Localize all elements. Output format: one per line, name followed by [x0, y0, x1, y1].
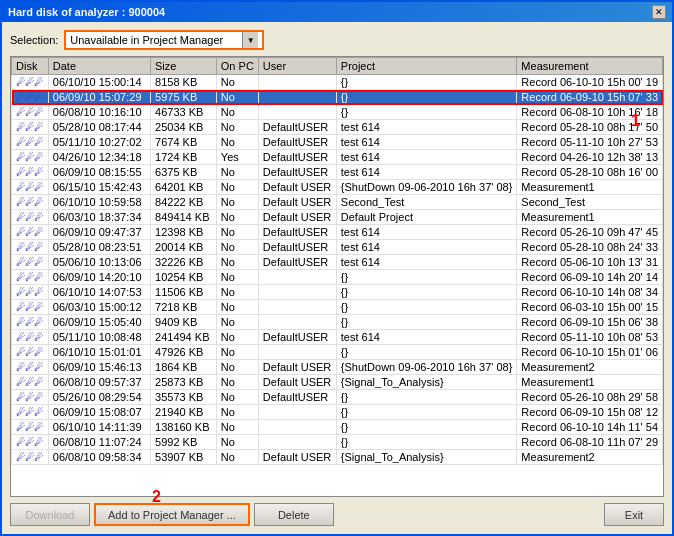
row-measurement: Record 04-26-10 12h 38' 13 [517, 150, 663, 165]
row-project: {} [336, 270, 517, 285]
row-size: 10254 KB [151, 270, 217, 285]
window-title: Hard disk of analyzer : 900004 [8, 6, 165, 18]
table-row[interactable]: ☄☄☄05/28/10 08:17:4425034 KBNoDefaultUSE… [12, 120, 663, 135]
row-size: 25034 KB [151, 120, 217, 135]
row-on-pc: No [216, 345, 258, 360]
row-size: 7218 KB [151, 300, 217, 315]
row-on-pc: No [216, 390, 258, 405]
table-row[interactable]: ☄☄☄06/08/10 09:58:3453907 KBNoDefault US… [12, 450, 663, 465]
table-row[interactable]: ☄☄☄06/03/10 18:37:34849414 KBNoDefault U… [12, 210, 663, 225]
row-project: {} [336, 105, 517, 120]
table-scroll-area[interactable]: Disk Date Size On PC User Project Measur… [11, 57, 663, 496]
content-area: Selection: Unavailable in Project Manage… [2, 22, 672, 534]
table-row[interactable]: ☄☄☄06/09/10 15:46:131864 KBNoDefault USE… [12, 360, 663, 375]
row-icon: ☄☄☄ [12, 345, 49, 360]
row-user: Default USER [258, 360, 336, 375]
table-row[interactable]: ☄☄☄06/03/10 15:00:127218 KBNo{}Record 06… [12, 300, 663, 315]
row-icon: ☄☄☄ [12, 135, 49, 150]
row-date: 06/03/10 15:00:12 [48, 300, 150, 315]
row-size: 1724 KB [151, 150, 217, 165]
data-table: Disk Date Size On PC User Project Measur… [11, 57, 663, 465]
col-size[interactable]: Size [151, 58, 217, 75]
row-user: DefaultUSER [258, 390, 336, 405]
row-project: {} [336, 435, 517, 450]
table-row[interactable]: ☄☄☄05/11/10 10:08:48241494 KBNoDefaultUS… [12, 330, 663, 345]
table-row[interactable]: ☄☄☄06/09/10 15:05:409409 KBNo{}Record 06… [12, 315, 663, 330]
col-user[interactable]: User [258, 58, 336, 75]
row-on-pc: No [216, 75, 258, 90]
row-user [258, 405, 336, 420]
row-on-pc: No [216, 360, 258, 375]
table-row[interactable]: ☄☄☄06/10/10 15:01:0147926 KBNo{}Record 0… [12, 345, 663, 360]
row-date: 06/09/10 15:08:07 [48, 405, 150, 420]
col-onpc[interactable]: On PC [216, 58, 258, 75]
table-row[interactable]: ☄☄☄05/06/10 10:13:0632226 KBNoDefaultUSE… [12, 255, 663, 270]
row-on-pc: No [216, 300, 258, 315]
add-to-project-button[interactable]: Add to Project Manager ... [94, 503, 250, 526]
row-date: 06/10/10 15:00:14 [48, 75, 150, 90]
table-row[interactable]: ☄☄☄06/09/10 09:47:3712398 KBNoDefaultUSE… [12, 225, 663, 240]
footer-buttons: Download Add to Project Manager ... Dele… [10, 503, 664, 526]
table-row[interactable]: ☄☄☄06/08/10 10:16:1046733 KBNo{}Record 0… [12, 105, 663, 120]
col-date[interactable]: Date [48, 58, 150, 75]
row-size: 5992 KB [151, 435, 217, 450]
row-project: {} [336, 405, 517, 420]
row-project: Default Project [336, 210, 517, 225]
table-row[interactable]: ☄☄☄05/11/10 10:27:027674 KBNoDefaultUSER… [12, 135, 663, 150]
table-row[interactable]: ☄☄☄06/09/10 15:08:0721940 KBNo{}Record 0… [12, 405, 663, 420]
row-measurement: Record 06-09-10 14h 20' 14 [517, 270, 663, 285]
row-project: test 614 [336, 120, 517, 135]
table-row[interactable]: ☄☄☄06/09/10 14:20:1010254 KBNo{}Record 0… [12, 270, 663, 285]
table-row[interactable]: ☄☄☄06/15/10 15:42:4364201 KBNoDefault US… [12, 180, 663, 195]
row-icon: ☄☄☄ [12, 405, 49, 420]
row-icon: ☄☄☄ [12, 240, 49, 255]
download-button[interactable]: Download [10, 503, 90, 526]
row-measurement: Record 06-09-10 15h 08' 12 [517, 405, 663, 420]
row-date: 06/10/10 15:01:01 [48, 345, 150, 360]
row-user: DefaultUSER [258, 150, 336, 165]
table-row[interactable]: ☄☄☄05/28/10 08:23:5120014 KBNoDefaultUSE… [12, 240, 663, 255]
row-measurement: Measurement1 [517, 210, 663, 225]
row-icon: ☄☄☄ [12, 90, 49, 105]
exit-button[interactable]: Exit [604, 503, 664, 526]
col-disk[interactable]: Disk [12, 58, 49, 75]
row-project: test 614 [336, 255, 517, 270]
row-measurement: Measurement2 [517, 450, 663, 465]
row-on-pc: No [216, 195, 258, 210]
row-icon: ☄☄☄ [12, 255, 49, 270]
row-measurement: Second_Test [517, 195, 663, 210]
row-date: 06/10/10 10:59:58 [48, 195, 150, 210]
row-user [258, 75, 336, 90]
title-bar: Hard disk of analyzer : 900004 ✕ [2, 2, 672, 22]
table-row[interactable]: ☄☄☄06/08/10 09:57:3725873 KBNoDefault US… [12, 375, 663, 390]
table-row[interactable]: ☄☄☄06/10/10 10:59:5884222 KBNoDefault US… [12, 195, 663, 210]
row-user: DefaultUSER [258, 120, 336, 135]
row-measurement: Record 06-03-10 15h 00' 15 [517, 300, 663, 315]
col-measurement[interactable]: Measurement [517, 58, 663, 75]
row-on-pc: No [216, 180, 258, 195]
row-project: test 614 [336, 165, 517, 180]
row-date: 05/11/10 10:08:48 [48, 330, 150, 345]
table-row[interactable]: ☄☄☄05/26/10 08:29:5435573 KBNoDefaultUSE… [12, 390, 663, 405]
table-row[interactable]: ☄☄☄06/10/10 15:00:148158 KBNo{}Record 06… [12, 75, 663, 90]
table-row[interactable]: ☄☄☄06/10/10 14:07:5311506 KBNo{}Record 0… [12, 285, 663, 300]
row-size: 84222 KB [151, 195, 217, 210]
row-measurement: Measurement1 [517, 375, 663, 390]
row-on-pc: No [216, 90, 258, 105]
selection-dropdown[interactable]: Unavailable in Project Manager ▼ [64, 30, 264, 50]
selection-label: Selection: [10, 34, 58, 46]
table-row[interactable]: ☄☄☄04/26/10 12:34:181724 KBYesDefaultUSE… [12, 150, 663, 165]
row-project: test 614 [336, 150, 517, 165]
col-project[interactable]: Project [336, 58, 517, 75]
close-button[interactable]: ✕ [652, 5, 666, 19]
delete-button[interactable]: Delete [254, 503, 334, 526]
row-user [258, 270, 336, 285]
table-header: Disk Date Size On PC User Project Measur… [12, 58, 663, 75]
table-row[interactable]: ☄☄☄06/09/10 15:07:295975 KBNo{}Record 06… [12, 90, 663, 105]
row-on-pc: No [216, 285, 258, 300]
table-row[interactable]: ☄☄☄06/10/10 14:11:39138160 KBNo{}Record … [12, 420, 663, 435]
table-row[interactable]: ☄☄☄06/08/10 11:07:245992 KBNo{}Record 06… [12, 435, 663, 450]
table-row[interactable]: ☄☄☄06/09/10 08:15:556375 KBNoDefaultUSER… [12, 165, 663, 180]
row-project: test 614 [336, 330, 517, 345]
row-date: 06/09/10 15:07:29 [48, 90, 150, 105]
